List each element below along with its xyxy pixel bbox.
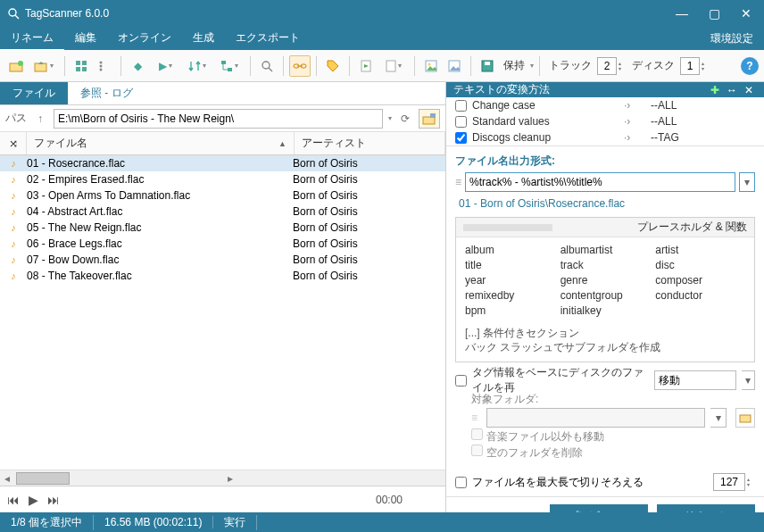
placeholder-item[interactable]: year — [465, 273, 555, 288]
prev-track-button[interactable]: ⏮ — [7, 493, 20, 507]
search-icon[interactable] — [256, 55, 278, 77]
disc-down[interactable]: ▾ — [702, 66, 704, 71]
conv-row[interactable]: Standard values·›--ALL — [446, 113, 764, 129]
placeholder-item[interactable]: remixedby — [465, 288, 555, 303]
col-artist[interactable]: アーティスト — [295, 132, 445, 154]
close-button[interactable]: ✕ — [735, 6, 757, 21]
menu-prefs[interactable]: 環境設定 — [700, 28, 764, 50]
menu-online[interactable]: オンライン — [107, 27, 182, 51]
conv-checkbox[interactable] — [455, 116, 467, 128]
menu-generate[interactable]: 生成 — [182, 27, 225, 51]
truncate-down[interactable]: ▾ — [747, 482, 750, 487]
image2-icon[interactable] — [444, 55, 465, 77]
opt-base-select[interactable]: 移動 — [654, 370, 736, 390]
opt-base-checkbox[interactable] — [455, 375, 467, 387]
svg-rect-4 — [35, 63, 46, 71]
menu-rename[interactable]: リネーム — [0, 27, 64, 51]
menu-edit[interactable]: 編集 — [64, 27, 107, 51]
table-row[interactable]: ♪04 - Abstract Art.flacBorn of Osiris — [0, 204, 445, 220]
save-disk-icon[interactable] — [477, 55, 498, 77]
conv-checkbox[interactable] — [455, 100, 467, 112]
path-dd-icon[interactable]: ▾ — [388, 114, 392, 122]
next-track-button[interactable]: ⏭ — [47, 493, 60, 507]
placeholder-item[interactable]: genre — [561, 273, 651, 288]
browse-folder-icon[interactable] — [735, 408, 755, 428]
preview-button[interactable]: プレビュー... — [550, 504, 648, 512]
col-filename[interactable]: ファイル名▲ — [27, 132, 295, 154]
play-script-icon[interactable] — [355, 55, 377, 77]
placeholder-item[interactable]: contentgroup — [561, 288, 651, 303]
format-dd-icon[interactable]: ▾ — [739, 172, 755, 192]
image-icon[interactable] — [420, 55, 442, 77]
track-down[interactable]: ▾ — [619, 66, 621, 71]
placeholder-item[interactable]: title — [465, 258, 555, 273]
table-row[interactable]: ♪08 - The Takeover.flacBorn of Osiris — [0, 268, 445, 284]
col-shuffle[interactable]: ⤨ — [0, 132, 27, 154]
placeholder-item[interactable]: artist — [655, 243, 745, 258]
filename-cell: 02 - Empires Erased.flac — [23, 173, 289, 186]
conv-checkbox[interactable] — [455, 132, 467, 144]
hscroll-right[interactable]: ▸ — [14, 472, 445, 485]
panel-close-icon[interactable]: ✕ — [741, 84, 757, 96]
document-icon[interactable] — [378, 55, 409, 77]
svg-point-9 — [100, 61, 103, 63]
placeholder-item[interactable]: initialkey — [561, 303, 651, 319]
disc-input[interactable] — [680, 57, 700, 75]
save-dd-icon[interactable]: ▾ — [530, 62, 534, 70]
opt-truncate-input[interactable] — [713, 473, 745, 491]
nav-up-icon[interactable]: ↑ — [32, 111, 48, 127]
refresh-icon[interactable]: ⟳ — [397, 111, 413, 127]
view-list-icon[interactable] — [94, 55, 115, 77]
tree-icon[interactable] — [214, 55, 245, 77]
panel-add-icon[interactable]: ✚ — [707, 84, 723, 96]
svg-rect-20 — [386, 61, 395, 71]
hscroll-thumb[interactable] — [16, 472, 70, 485]
link-icon[interactable] — [289, 55, 311, 77]
tag-icon[interactable] — [322, 55, 344, 77]
path-input[interactable] — [54, 109, 383, 129]
track-input[interactable] — [597, 57, 617, 75]
artist-cell: Born of Osiris — [289, 189, 442, 202]
view-grid-icon[interactable] — [71, 55, 92, 77]
format-hamburger-icon[interactable]: ≡ — [455, 172, 461, 192]
conv-row[interactable]: Change case·›--ALL — [446, 97, 764, 113]
conv-value: --TAG — [651, 131, 679, 144]
open-folder-icon[interactable] — [29, 55, 59, 77]
arrow-icon: ·› — [624, 115, 651, 128]
nav-back-icon[interactable]: ◆ — [127, 55, 148, 77]
tab-reference[interactable]: 参照 - ログ — [68, 82, 145, 104]
placeholder-item[interactable]: album — [465, 243, 555, 258]
rename-button[interactable]: リネーム — [657, 504, 755, 512]
panel-expand-icon[interactable]: ↔ — [723, 84, 741, 96]
opt-base-dd-icon[interactable]: ▾ — [742, 370, 755, 390]
play-button[interactable]: ▶ — [29, 493, 38, 507]
format-input[interactable] — [465, 172, 735, 192]
folder-tree-icon[interactable] — [419, 109, 440, 129]
menu-export[interactable]: エクスポート — [225, 27, 311, 51]
minimize-button[interactable]: — — [671, 6, 693, 21]
help-icon[interactable]: ? — [741, 57, 759, 75]
placeholder-item[interactable]: track — [561, 258, 651, 273]
svg-rect-26 — [423, 117, 435, 124]
placeholder-item[interactable]: albumartist — [561, 243, 651, 258]
table-row[interactable]: ♪01 - Rosecrance.flacBorn of Osiris — [0, 155, 445, 171]
opt-truncate-checkbox[interactable] — [455, 477, 467, 488]
placeholder-item[interactable]: conductor — [655, 288, 745, 303]
file-icon: ♪ — [4, 190, 23, 201]
placeholder-item[interactable]: disc — [655, 258, 745, 273]
placeholder-item[interactable]: composer — [655, 273, 745, 288]
table-row[interactable]: ♪02 - Empires Erased.flacBorn of Osiris — [0, 171, 445, 187]
filename-cell: 05 - The New Reign.flac — [23, 221, 289, 234]
hscroll-left[interactable]: ◂ — [0, 472, 14, 485]
maximize-button[interactable]: ▢ — [703, 6, 725, 21]
conv-row[interactable]: Discogs cleanup·›--TAG — [446, 129, 764, 145]
sort-icon[interactable] — [182, 55, 212, 77]
table-row[interactable]: ♪05 - The New Reign.flacBorn of Osiris — [0, 220, 445, 236]
nav-forward-icon[interactable]: ▶ — [150, 55, 180, 77]
new-folder-icon[interactable] — [5, 55, 27, 77]
table-row[interactable]: ♪07 - Bow Down.flacBorn of Osiris — [0, 252, 445, 268]
table-row[interactable]: ♪03 - Open Arms To Damnation.flacBorn of… — [0, 187, 445, 204]
placeholder-item[interactable]: bpm — [465, 303, 555, 319]
table-row[interactable]: ♪06 - Brace Legs.flacBorn of Osiris — [0, 236, 445, 252]
tab-file[interactable]: ファイル — [0, 82, 68, 104]
